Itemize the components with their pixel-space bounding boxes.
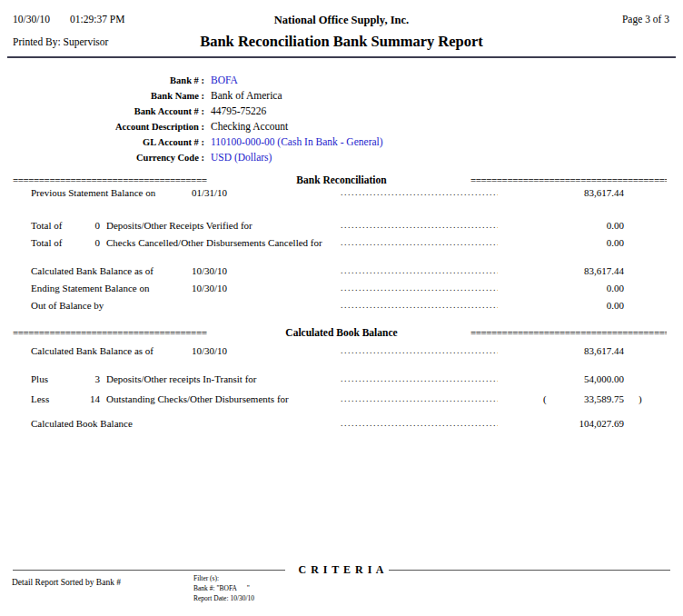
report-row: Total of 0 Deposits/Other Receipts Verif… — [0, 220, 683, 233]
filter-line: Report Date: 10/30/10 — [193, 593, 254, 603]
row-count: 0 — [54, 220, 100, 231]
gl-account-label: GL Account # : — [0, 137, 204, 147]
gl-account-value: 110100-000-00 (Cash In Bank - General) — [211, 136, 383, 147]
bank-name-value: Bank of America — [211, 90, 282, 101]
report-row: Out of Balance by ......................… — [0, 300, 683, 313]
report-row: Plus 3 Deposits/Other receipts In-Transi… — [0, 373, 683, 386]
section-header-calculated-book-balance: ========================================… — [0, 327, 683, 341]
row-date: 01/31/10 — [192, 187, 227, 198]
info-row-bank-name: Bank Name : Bank of America — [0, 90, 683, 104]
info-row-bank-number: Bank # : BOFA — [0, 75, 683, 88]
row-count: 0 — [54, 237, 100, 248]
bank-account-label: Bank Account # : — [0, 106, 204, 116]
row-amount: 54,000.00 — [506, 373, 624, 384]
account-description-label: Account Description : — [0, 122, 204, 132]
row-label: Calculated Bank Balance as of — [31, 265, 153, 276]
equals-rule-right: ========================================… — [470, 327, 667, 338]
row-date: 10/30/10 — [192, 265, 227, 276]
row-amount: 83,617.44 — [506, 345, 624, 356]
report-row: Ending Statement Balance on 10/30/10 ...… — [0, 283, 683, 295]
dotted-leader: ........................................… — [341, 300, 498, 310]
page-number: Page 3 of 3 — [622, 14, 669, 25]
bank-account-value: 44795-75226 — [211, 105, 266, 116]
row-description: Deposits/Other Receipts Verified for — [106, 220, 252, 231]
dotted-leader: ........................................… — [341, 187, 498, 197]
report-row: Previous Statement Balance on 01/31/10 .… — [0, 187, 683, 200]
sorted-by-text: Detail Report Sorted by Bank # — [12, 578, 121, 587]
info-row-currency-code: Currency Code : USD (Dollars) — [0, 152, 683, 165]
report-row: Total of 0 Checks Cancelled/Other Disbur… — [0, 237, 683, 250]
dotted-leader: ........................................… — [341, 283, 498, 293]
dotted-leader: ........................................… — [341, 373, 498, 383]
row-label: Out of Balance by — [31, 300, 104, 311]
row-amount: 0.00 — [506, 283, 624, 293]
report-row: Less 14 Outstanding Checks/Other Disburs… — [0, 393, 683, 406]
info-row-account-description: Account Description : Checking Account — [0, 121, 683, 134]
header-divider — [7, 56, 676, 58]
row-amount: 0.00 — [506, 237, 624, 248]
filter-line: Filter (s): — [193, 573, 254, 583]
report-row: Calculated Book Balance ................… — [0, 418, 683, 431]
bank-reconciliation-report-page: 10/30/10 01:29:37 PM Printed By: Supervi… — [0, 0, 683, 616]
row-amount: 104,027.69 — [506, 418, 624, 429]
row-amount: 83,617.44 — [506, 187, 624, 198]
filter-line: Bank #: "BOFA " — [193, 583, 254, 593]
dotted-leader: ........................................… — [341, 265, 498, 275]
report-row: Calculated Bank Balance as of 10/30/10 .… — [0, 345, 683, 358]
row-description: Checks Cancelled/Other Disbursements Can… — [106, 237, 322, 248]
dotted-leader: ........................................… — [341, 220, 498, 230]
row-label: Plus — [31, 373, 48, 384]
dotted-leader: ........................................… — [341, 393, 498, 403]
row-count: 14 — [54, 393, 100, 404]
row-amount: 0.00 — [506, 220, 624, 231]
row-date: 10/30/10 — [192, 345, 227, 356]
currency-code-label: Currency Code : — [0, 153, 204, 163]
dotted-leader: ........................................… — [341, 418, 498, 428]
row-label: Ending Statement Balance on — [31, 283, 149, 293]
row-amount: 33,589.75 — [506, 393, 624, 404]
row-label: Calculated Bank Balance as of — [31, 345, 153, 356]
bank-name-label: Bank Name : — [0, 91, 204, 101]
paren-close: ) — [638, 393, 642, 404]
account-description-value: Checking Account — [211, 121, 288, 132]
row-date: 10/30/10 — [192, 283, 227, 293]
row-amount: 0.00 — [506, 300, 624, 311]
dotted-leader: ........................................… — [341, 237, 498, 247]
row-label: Less — [31, 393, 49, 404]
row-amount: 83,617.44 — [506, 265, 624, 276]
bank-number-value: BOFA — [211, 75, 238, 85]
row-description: Deposits/Other receipts In-Transit for — [106, 373, 256, 384]
row-label: Previous Statement Balance on — [31, 187, 155, 198]
company-name: National Office Supply, Inc. — [0, 14, 683, 27]
report-row: Calculated Bank Balance as of 10/30/10 .… — [0, 265, 683, 278]
dotted-leader: ........................................… — [341, 345, 498, 355]
bank-number-label: Bank # : — [0, 75, 204, 85]
row-label: Calculated Book Balance — [31, 418, 133, 429]
filter-block: Filter (s): Bank #: "BOFA " Report Date:… — [193, 573, 254, 603]
info-row-bank-account: Bank Account # : 44795-75226 — [0, 105, 683, 119]
row-description: Outstanding Checks/Other Disbursements f… — [106, 393, 289, 404]
info-row-gl-account: GL Account # : 110100-000-00 (Cash In Ba… — [0, 136, 683, 150]
currency-code-value: USD (Dollars) — [211, 152, 272, 163]
report-title: Bank Reconciliation Bank Summary Report — [0, 33, 683, 51]
criteria-rule-right — [389, 570, 670, 571]
section-header-bank-reconciliation: ========================================… — [0, 174, 683, 188]
row-count: 3 — [54, 373, 100, 384]
equals-rule-right: ========================================… — [470, 174, 667, 185]
